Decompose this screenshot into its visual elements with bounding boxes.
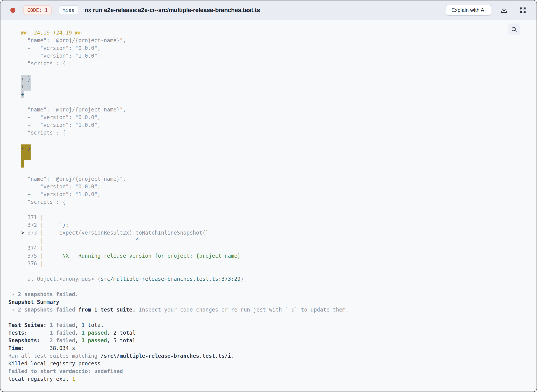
terminal-line: "scripts": {: [8, 129, 528, 137]
search-icon: [511, 26, 518, 33]
text-segment: Tests:: [8, 330, 28, 336]
text-segment: `: [59, 222, 62, 228]
text-segment: [24, 230, 27, 236]
task-title: nx run e2e-release:e2e-ci--src/multiple-…: [85, 7, 260, 14]
terminal-line: - }: [8, 145, 528, 152]
exit-code-badge: CODE: 1: [23, 5, 52, 15]
terminal-line: Tests: 1 failed, 1 passed, 2 total: [8, 329, 528, 337]
terminal-line: + }: [8, 75, 528, 83]
text-segment: ;: [66, 222, 69, 228]
download-icon: [500, 7, 508, 14]
terminal-line: Killed local registry process: [8, 360, 528, 368]
explain-with-ai-button[interactable]: Explain with AI: [446, 5, 491, 16]
terminal-line: [8, 98, 528, 106]
status-dot-icon: [10, 8, 15, 13]
text-segment: [8, 76, 21, 82]
text-segment: ^: [136, 238, 139, 244]
text-segment: Inspect your code changes or re-run jest…: [136, 307, 349, 313]
terminal-line: [8, 268, 528, 275]
terminal-line: local registry exit 1: [8, 375, 528, 383]
text-segment: "scripts": {: [8, 199, 66, 205]
text-segment: local registry exit: [8, 376, 72, 382]
terminal-line: @@ -24,19 +24,19 @@: [8, 29, 528, 37]
text-segment: /src\/multiple-release-branches.test.ts/…: [100, 353, 231, 359]
terminal-line: 374 |: [8, 244, 528, 252]
terminal-line: › 2 snapshots failed from 1 test suite. …: [8, 306, 528, 314]
text-segment: "scripts": {: [8, 130, 66, 136]
text-segment: .: [231, 353, 234, 359]
terminal-line: Ran all test suites matching /src\/multi…: [8, 352, 528, 360]
text-segment: 373: [28, 230, 37, 236]
text-segment: + "version": "1.0.0",: [8, 53, 100, 59]
terminal-line: Snapshot Summary: [8, 298, 528, 306]
text-segment: Test Suites:: [8, 322, 50, 328]
highlight-match: + +: [21, 83, 31, 91]
text-segment: [28, 330, 50, 336]
terminal-line: [8, 67, 528, 75]
text-segment: 371 |: [8, 214, 43, 220]
text-segment: @@ -24,19 +24,19 @@: [8, 30, 81, 36]
text-segment: , 1 total: [75, 322, 104, 328]
fullscreen-button[interactable]: [518, 5, 528, 15]
terminal-line: [8, 283, 528, 291]
text-segment: 1 failed: [50, 322, 75, 328]
text-segment: - "version": "0.0.0",: [8, 45, 100, 51]
terminal-line: - +: [8, 152, 528, 160]
text-segment: 1 passed: [81, 330, 107, 336]
highlight-match: -: [21, 160, 24, 168]
text-segment: 372 |: [8, 222, 59, 228]
terminal-line: > 373 | expect(versionResult2x).toMatchI…: [8, 229, 528, 237]
text-segment: | expect(versionResult2x): [37, 230, 132, 236]
text-segment: from 1 test suite.: [75, 307, 136, 313]
text-segment: .: [133, 230, 136, 236]
terminal-line: Test Suites: 1 failed, 1 total: [8, 322, 528, 329]
text-segment: + "version": "1.0.0",: [8, 122, 100, 128]
download-button[interactable]: [499, 5, 509, 15]
fullscreen-icon: [519, 7, 527, 14]
terminal-line: -: [8, 160, 528, 168]
text-segment: Ran all test suites matching: [8, 353, 100, 359]
search-button[interactable]: [508, 23, 520, 35]
terminal-line: + "version": "1.0.0",: [8, 121, 528, 129]
text-segment: src/multiple-release-branches.test.ts:37…: [100, 276, 241, 282]
text-segment: "name": "@proj/{project-name}",: [8, 176, 126, 182]
terminal-line: Snapshots: 2 failed, 3 passed, 5 total: [8, 337, 528, 345]
text-segment: ,: [75, 330, 81, 336]
terminal-line: 375 | NX Running release version for pro…: [8, 252, 528, 260]
text-segment: "name": "@proj/{project-name}",: [8, 107, 126, 113]
terminal-line: [8, 137, 528, 145]
text-segment: ,: [75, 337, 81, 344]
terminal-line: 372 | `);: [8, 221, 528, 229]
terminal-line: +: [8, 91, 528, 98]
task-header: CODE: 1 miss nx run e2e-release:e2e-ci--…: [0, 0, 537, 20]
text-segment: [8, 160, 21, 167]
terminal-line: [8, 206, 528, 214]
text-segment: Time:: [8, 345, 24, 351]
terminal-line: - "version": "0.0.0",: [8, 114, 528, 121]
terminal-line: "name": "@proj/{project-name}",: [8, 37, 528, 44]
terminal-line: [8, 314, 528, 322]
terminal-line: › 2 snapshots failed.: [8, 291, 528, 298]
text-segment: [8, 230, 21, 236]
cache-status-badge: miss: [59, 5, 78, 15]
terminal-line: [8, 168, 528, 175]
terminal-line: at Object.<anonymous> (src/multiple-rele…: [8, 275, 528, 283]
terminal-line: "name": "@proj/{project-name}",: [8, 175, 528, 183]
text-segment: NX Running release version for project: …: [43, 253, 241, 259]
text-segment: >: [21, 230, 24, 236]
text-segment: 376 |: [8, 261, 43, 267]
text-segment: 1: [72, 376, 75, 382]
text-segment: , 2 total: [107, 330, 136, 336]
task-output-window: CODE: 1 miss nx run e2e-release:e2e-ci--…: [0, 0, 537, 392]
terminal-line: "scripts": {: [8, 60, 528, 67]
highlight-match: - }: [21, 145, 31, 152]
highlight-match: + }: [21, 75, 31, 83]
text-segment: 374 |: [8, 245, 43, 251]
text-segment: - "version": "0.0.0",: [8, 114, 100, 121]
text-segment: 375 |: [8, 253, 43, 259]
text-segment: 3 passed: [81, 337, 107, 344]
text-segment: 2 failed: [50, 337, 75, 344]
terminal-output: @@ -24,19 +24,19 @@ "name": "@proj/{proj…: [0, 20, 537, 383]
terminal-line: Time: 38.034 s: [8, 345, 528, 352]
terminal-line: "name": "@proj/{project-name}",: [8, 106, 528, 114]
